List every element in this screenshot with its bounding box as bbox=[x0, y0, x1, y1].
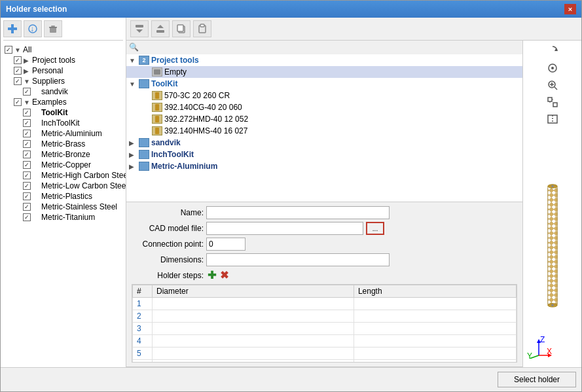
checkbox-inchtoolkit[interactable] bbox=[23, 119, 31, 127]
table-row[interactable]: 5 bbox=[133, 347, 517, 360]
checkbox-metric-copper[interactable] bbox=[23, 161, 31, 169]
right-tree-item2[interactable]: 392.140CG-40 20 060 bbox=[126, 101, 522, 113]
cell-diameter bbox=[153, 360, 354, 363]
checkbox-metric-highcarbon[interactable] bbox=[23, 171, 31, 179]
checkbox-metric-stainless[interactable] bbox=[23, 203, 31, 211]
svg-rect-28 bbox=[553, 103, 557, 107]
remove-step-button[interactable]: ✖ bbox=[220, 269, 228, 281]
fit-icon[interactable] bbox=[546, 96, 559, 109]
right-tree-project-tools[interactable]: ▼ 2 Project tools bbox=[126, 54, 522, 66]
checkbox-sandvik[interactable] bbox=[23, 88, 31, 96]
table-row[interactable]: 6 bbox=[133, 360, 517, 363]
checkbox-metric-titanium[interactable] bbox=[23, 213, 31, 221]
zoom-icon[interactable] bbox=[546, 79, 559, 92]
tree-item-metric-plastics[interactable]: Metric-Plastics bbox=[22, 191, 123, 202]
checkbox-personal[interactable] bbox=[14, 67, 22, 75]
checkbox-project-tools[interactable] bbox=[14, 56, 22, 64]
checkbox-metric-bronze[interactable] bbox=[23, 151, 31, 158]
dimensions-input[interactable] bbox=[206, 253, 390, 266]
right-toolbar bbox=[126, 18, 581, 41]
svg-rect-1 bbox=[11, 24, 14, 33]
browse-button[interactable]: ... bbox=[366, 222, 384, 235]
paste-button[interactable] bbox=[193, 20, 211, 37]
right-tree-item4[interactable]: 392.140HMS-40 16 027 bbox=[126, 125, 522, 137]
right-label-sandvik: sandvik bbox=[151, 138, 181, 147]
right-tree-metric-al[interactable]: ▶ Metric-Aluminium bbox=[126, 160, 522, 172]
tree-item-toolkit-left[interactable]: ToolKit bbox=[22, 107, 123, 118]
name-input[interactable] bbox=[206, 206, 390, 219]
label-metric-copper: Metric-Copper bbox=[41, 160, 91, 169]
col-num: # bbox=[133, 285, 153, 298]
right-content: 🔍 ▼ 2 Project tools bbox=[126, 41, 581, 367]
holder-selection-dialog: Holder selection × ↓ bbox=[0, 0, 582, 392]
tree-item-metric-brass[interactable]: Metric-Brass bbox=[22, 139, 123, 149]
tree-item-metric-copper[interactable]: Metric-Copper bbox=[22, 160, 123, 170]
cell-num: 4 bbox=[133, 335, 153, 347]
right-tree-sandvik[interactable]: ▶ sandvik bbox=[126, 137, 522, 149]
delete-button[interactable] bbox=[44, 20, 62, 37]
connection-input[interactable] bbox=[206, 238, 246, 251]
right-tree-toolkit[interactable]: ▼ ToolKit bbox=[126, 78, 522, 90]
cad-label: CAD model file: bbox=[132, 224, 204, 233]
checkbox-metric-lowcarbon[interactable] bbox=[23, 182, 31, 190]
axes-indicator: Z Y X bbox=[526, 336, 552, 361]
checkbox-metric-plastics[interactable] bbox=[23, 192, 31, 200]
search-row: 🔍 bbox=[126, 41, 522, 54]
tree-item-metric-titanium[interactable]: Metric-Titanium bbox=[22, 212, 123, 223]
tree-item-sandvik[interactable]: sandvik bbox=[22, 86, 123, 97]
tree-item-metric-bronze[interactable]: Metric-Bronze bbox=[22, 149, 123, 160]
tree-item-metric-highcarbon[interactable]: Metric-High Carbon Steel bbox=[22, 170, 123, 181]
copy-button[interactable] bbox=[172, 20, 191, 37]
holder-icon-3 bbox=[152, 115, 162, 124]
table-row[interactable]: 3 bbox=[133, 323, 517, 335]
tree-item-personal[interactable]: ▶ Personal bbox=[12, 65, 123, 76]
select-holder-button[interactable]: Select holder bbox=[498, 372, 576, 387]
tree-item-project-tools[interactable]: ▶ Project tools bbox=[12, 55, 123, 65]
right-tree-inchtoolkit[interactable]: ▶ InchToolKit bbox=[126, 149, 522, 160]
checkbox-metric-aluminium[interactable] bbox=[23, 130, 31, 137]
checkbox-metric-brass[interactable] bbox=[23, 140, 31, 148]
add-step-button[interactable]: ✚ bbox=[208, 269, 216, 281]
checkbox-all[interactable] bbox=[5, 46, 12, 54]
section-icon[interactable] bbox=[546, 113, 559, 126]
cad-input[interactable] bbox=[206, 222, 363, 235]
name-label: Name: bbox=[132, 208, 204, 217]
bottom-bar: Select holder bbox=[1, 367, 581, 391]
label-metric-lowcarbon: Metric-Low Carbon Steel bbox=[41, 181, 126, 190]
view-icon[interactable] bbox=[546, 62, 559, 75]
checkbox-toolkit[interactable] bbox=[23, 109, 31, 116]
move-down-button[interactable] bbox=[130, 20, 149, 37]
right-tree-item1[interactable]: 570-3C 20 260 CR bbox=[126, 90, 522, 101]
cell-num: 2 bbox=[133, 310, 153, 323]
main-content: ↓ ▼ All ▶ bbox=[1, 18, 581, 367]
svg-text:X: X bbox=[547, 347, 552, 356]
add-button[interactable] bbox=[3, 20, 22, 37]
right-panel: 🔍 ▼ 2 Project tools bbox=[126, 18, 581, 367]
right-tree-item3[interactable]: 392.272HMD-40 12 052 bbox=[126, 113, 522, 125]
close-button[interactable]: × bbox=[564, 4, 576, 14]
tree-item-examples[interactable]: ▼ Examples bbox=[12, 97, 123, 107]
right-tree-empty[interactable]: Empty bbox=[126, 66, 522, 78]
tree-item-metric-stainless[interactable]: Metric-Stainless Steel bbox=[22, 202, 123, 212]
table-row[interactable]: 2 bbox=[133, 310, 517, 323]
tree-item-metric-lowcarbon[interactable]: Metric-Low Carbon Steel bbox=[22, 181, 123, 191]
col-diameter: Diameter bbox=[153, 285, 354, 298]
tree-item-all[interactable]: ▼ All bbox=[3, 45, 123, 55]
import-button[interactable]: ↓ bbox=[24, 20, 42, 37]
rotate-icon[interactable] bbox=[546, 45, 559, 58]
svg-point-37 bbox=[551, 185, 554, 187]
right-label-project-tools: Project tools bbox=[151, 56, 199, 65]
tree-item-suppliers[interactable]: ▼ Suppliers bbox=[12, 76, 123, 86]
table-row[interactable]: 4 bbox=[133, 335, 517, 347]
checkbox-examples[interactable] bbox=[14, 98, 22, 106]
expander-all[interactable]: ▼ bbox=[14, 46, 21, 54]
search-input[interactable] bbox=[141, 43, 520, 52]
holder-icon-1 bbox=[152, 91, 162, 100]
cell-diameter bbox=[153, 310, 354, 323]
steps-table-scroll[interactable]: # Diameter Length 1 2 3 4 bbox=[132, 284, 517, 363]
tree-item-metric-aluminium[interactable]: Metric-Aluminium bbox=[22, 128, 123, 139]
table-row[interactable]: 1 bbox=[133, 298, 517, 310]
checkbox-suppliers[interactable] bbox=[14, 77, 22, 85]
tree-item-inchtoolkit[interactable]: InchToolKit bbox=[22, 118, 123, 128]
move-up-button[interactable] bbox=[151, 20, 170, 37]
